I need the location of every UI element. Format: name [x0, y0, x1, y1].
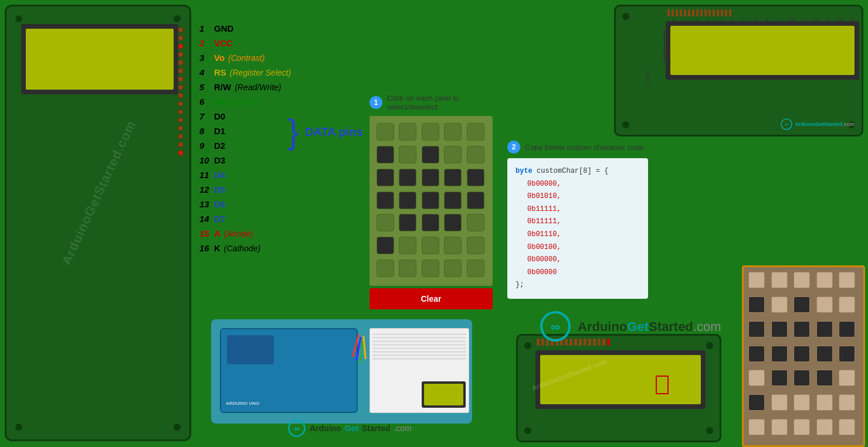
pixel-cell-8[interactable] — [444, 146, 462, 163]
pixel-cell-3[interactable] — [444, 123, 462, 141]
pixel-cell-31[interactable] — [399, 260, 416, 277]
lcd-tr-pin-2 — [672, 9, 674, 16]
pin-name-16: K — [214, 243, 221, 253]
wire-yellow — [362, 336, 366, 359]
pixel-cell-17[interactable] — [422, 192, 439, 209]
lcd-tr-pin-11 — [708, 9, 711, 16]
pixel-cell-2[interactable] — [422, 123, 439, 141]
lcd-tr-mount-bl — [621, 120, 631, 130]
pixel-cell-bottom-14 — [839, 321, 855, 337]
pin-desc-6: (Enable) — [230, 97, 261, 107]
pixel-cell-26[interactable] — [399, 237, 416, 254]
lcd-br-cursor — [656, 376, 669, 394]
pixel-cell-bottom-23 — [816, 370, 833, 386]
clear-button[interactable]: Clear — [369, 288, 493, 309]
pin-num-9: 9 — [199, 141, 214, 151]
pin-dot-6 — [178, 68, 184, 74]
column-label: column — [645, 69, 650, 84]
pixel-cell-7[interactable] — [422, 146, 439, 163]
lcd-tr-pin-6 — [688, 9, 690, 16]
col-arrow — [664, 30, 665, 62]
breadboard — [369, 328, 469, 413]
pixel-cell-27[interactable] — [422, 237, 439, 254]
pixel-cell-11[interactable] — [399, 169, 416, 186]
bb-line-1 — [372, 333, 466, 335]
pixel-cell-33[interactable] — [444, 260, 462, 277]
data-pins-label: DATA pins — [305, 125, 363, 139]
pixel-cell-34[interactable] — [467, 260, 484, 277]
pixel-cell-5[interactable] — [377, 146, 394, 163]
pixel-grid-instruction: 1 Click on each pixel to select/deselect — [369, 94, 504, 111]
pixel-cell-22[interactable] — [422, 214, 439, 231]
pixel-cell-bottom-24 — [839, 370, 855, 386]
pixel-cell-6[interactable] — [399, 146, 416, 163]
pixel-cell-24[interactable] — [467, 214, 484, 231]
pin-num-7: 7 — [199, 111, 214, 121]
pin-dot-14 — [178, 134, 184, 139]
lcd-bottom-right: ArduinoGetStarted.com — [516, 334, 721, 442]
lcd-tr-logo-text: ArduinoGetStarted.com — [795, 121, 855, 127]
pixel-cell-14[interactable] — [467, 169, 484, 186]
pixel-cell-bottom-7 — [794, 296, 810, 313]
pixel-cell-20[interactable] — [377, 214, 394, 231]
bb-line-7 — [372, 354, 466, 356]
bb-line-5 — [372, 347, 466, 349]
lcd-tr-pin-15 — [725, 9, 727, 16]
pixel-cell-19[interactable] — [467, 192, 484, 209]
pixel-cell-bottom-17 — [794, 346, 810, 362]
pin-num-10: 10 — [199, 155, 214, 165]
breadboard-lcd-screen — [424, 384, 463, 405]
logo-right-brand: Arduino — [578, 319, 627, 334]
pixel-cell-12[interactable] — [422, 169, 439, 186]
code-func-name: customChar[8] = { — [537, 167, 608, 175]
pixel-cell-bottom-28 — [816, 394, 833, 411]
pin-name-3: Vo — [214, 53, 225, 63]
pin-dot-12 — [178, 117, 184, 123]
pixel-cell-bottom-13 — [816, 321, 833, 337]
pixel-cell-25[interactable] — [377, 237, 394, 254]
pin-num-4: 4 — [199, 67, 214, 77]
pin-dot-2 — [178, 35, 184, 41]
pixel-grid[interactable] — [369, 116, 493, 286]
pixel-cell-29[interactable] — [467, 237, 484, 254]
pixel-cell-4[interactable] — [467, 123, 484, 141]
logo-right-text: ArduinoGetStarted.com — [578, 319, 721, 335]
pixel-cell-28[interactable] — [444, 237, 462, 254]
pixel-cell-bottom-15 — [748, 346, 765, 362]
pin-dot-1 — [178, 27, 184, 33]
pixel-cell-1[interactable] — [399, 123, 416, 141]
lcd-large: ArduinoGetStarted.com — [5, 5, 191, 441]
pixel-cell-18[interactable] — [444, 192, 462, 209]
pixel-cell-15[interactable] — [377, 192, 394, 209]
pixel-cell-30[interactable] — [377, 260, 394, 277]
pixel-cell-13[interactable] — [444, 169, 462, 186]
pixel-grid-section: 1 Click on each pixel to select/deselect… — [369, 94, 504, 309]
logo-right-get: Get — [627, 319, 649, 334]
pin-num-8: 8 — [199, 126, 214, 136]
pixel-cell-bottom-32 — [794, 419, 810, 435]
lcd-tr-pin-4 — [680, 9, 682, 16]
pin-name-9: D2 — [214, 141, 225, 151]
svg-text:∞: ∞ — [551, 319, 560, 334]
pin-dots-right — [178, 27, 184, 156]
pin-dot-9 — [178, 93, 184, 98]
pixel-cell-23[interactable] — [444, 214, 462, 231]
pin-name-6: EN — [214, 97, 226, 107]
pixel-cell-16[interactable] — [399, 192, 416, 209]
pin-dot-8 — [178, 84, 184, 90]
pin-row-14: 14 D7 — [199, 214, 375, 224]
pixel-cell-0[interactable] — [377, 123, 394, 141]
pixel-cell-21[interactable] — [399, 214, 416, 231]
pixel-cell-bottom-29 — [839, 394, 855, 411]
svg-text:∞: ∞ — [785, 122, 789, 127]
pixel-cell-bottom-34 — [839, 419, 855, 435]
code-val-3: 0b11111, — [527, 217, 561, 226]
pin-desc-16: (Cathode) — [224, 244, 260, 253]
logo-bottom-icon: ∞ — [287, 419, 306, 438]
pixel-cell-bottom-21 — [771, 370, 788, 386]
lcd-large-screen — [26, 29, 174, 90]
pixel-grid-bottom — [742, 265, 865, 447]
pixel-cell-32[interactable] — [422, 260, 439, 277]
pixel-cell-9[interactable] — [467, 146, 484, 163]
pixel-cell-10[interactable] — [377, 169, 394, 186]
